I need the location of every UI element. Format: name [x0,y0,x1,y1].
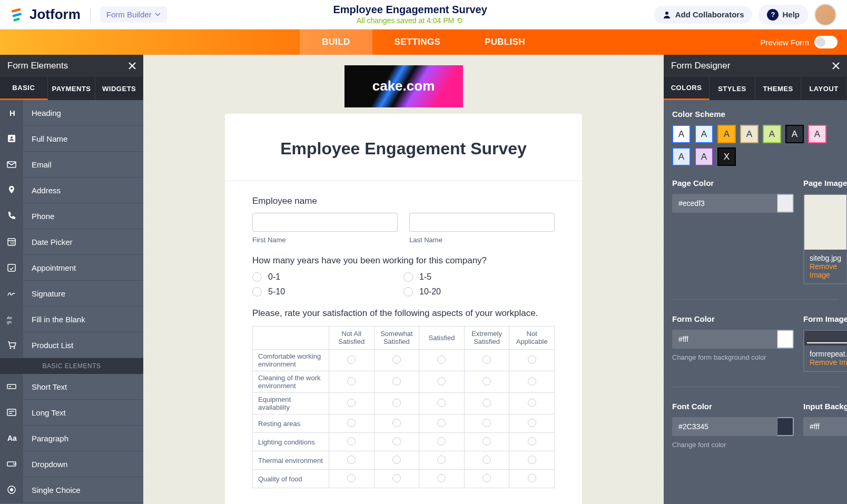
right-tab-layout[interactable]: LAYOUT [801,77,847,100]
element-phone[interactable]: Phone [0,203,143,229]
matrix-cell[interactable] [509,371,555,393]
left-tab-payments[interactable]: PAYMENTS [48,77,96,100]
matrix-cell[interactable] [464,350,509,371]
last-name-input[interactable] [409,213,555,232]
form-builder-dropdown[interactable]: Form Builder [100,6,167,23]
matrix-cell[interactable] [329,393,375,414]
page-image-box[interactable]: sitebg.jpg Remove Image [803,194,847,284]
toggle-switch[interactable] [814,36,838,48]
matrix-cell[interactable] [509,470,555,488]
color-swatch[interactable]: A [763,125,781,143]
element-paragraph[interactable]: AaParagraph [0,426,143,451]
matrix-cell[interactable] [374,470,419,488]
element-appointment[interactable]: Appointment [0,255,143,281]
matrix-cell[interactable] [509,433,555,451]
tab-publish[interactable]: PUBLISH [462,29,547,55]
element-heading[interactable]: HHeading [0,100,143,126]
element-full-name[interactable]: Full Name [0,126,143,152]
color-chip[interactable] [777,194,794,213]
element-single-choice[interactable]: Single Choice [0,477,143,503]
element-short-text[interactable]: Short Text [0,374,143,400]
color-swatch[interactable]: A [808,125,826,143]
matrix-cell[interactable] [329,433,375,451]
preview-form-toggle[interactable]: Preview Form [760,36,838,48]
radio-option[interactable]: 1-5 [403,272,555,282]
form-logo-image[interactable]: cake.com [344,65,463,107]
element-date-picker[interactable]: 10Date Picker [0,229,143,255]
element-long-text[interactable]: Long Text [0,400,143,426]
matrix-cell[interactable] [464,371,509,393]
element-dropdown[interactable]: Dropdown [0,451,143,477]
element-product-list[interactable]: Product List [0,332,143,358]
color-chip[interactable] [777,417,794,436]
tab-settings[interactable]: SETTINGS [372,29,462,55]
matrix-cell[interactable] [374,350,419,371]
tab-build[interactable]: BUILD [300,29,372,55]
element-fill-in-the-blank[interactable]: AbghFill in the Blank [0,307,143,332]
matrix-cell[interactable] [419,414,465,433]
matrix-cell[interactable] [374,371,419,393]
font-color-input[interactable] [672,417,794,436]
color-swatch[interactable]: X [717,147,736,166]
matrix-cell[interactable] [374,451,419,470]
matrix-cell[interactable] [329,470,375,488]
matrix-cell[interactable] [509,350,555,371]
matrix-cell[interactable] [419,350,465,371]
element-email[interactable]: Email [0,152,143,177]
color-swatch[interactable]: A [785,125,804,143]
form-color-input[interactable] [672,330,794,349]
left-tab-basic[interactable]: BASIC [0,77,48,100]
matrix-cell[interactable] [329,350,375,371]
matrix-cell[interactable] [464,451,509,470]
form-color-field[interactable] [672,330,777,349]
matrix-cell[interactable] [464,414,509,433]
matrix-cell[interactable] [509,414,555,433]
color-swatch[interactable]: A [695,125,713,143]
input-bg-field[interactable] [803,417,847,436]
color-swatch[interactable]: A [672,125,691,143]
matrix-cell[interactable] [419,393,465,414]
matrix-cell[interactable] [374,414,419,433]
help-button[interactable]: ? Help [759,5,808,25]
color-swatch[interactable]: A [672,147,691,166]
form-image-box[interactable]: formrepeat.png Remove Image [803,330,847,372]
matrix-cell[interactable] [329,451,375,470]
logo-block[interactable]: Jotform [11,6,81,23]
matrix-cell[interactable] [509,393,555,414]
color-swatch[interactable]: A [717,125,736,143]
page-color-input[interactable] [672,194,794,213]
matrix-cell[interactable] [419,451,465,470]
add-collaborators-button[interactable]: Add Collaborators [654,6,753,24]
matrix-cell[interactable] [329,414,375,433]
close-icon[interactable] [830,60,842,72]
matrix-cell[interactable] [374,393,419,414]
radio-option[interactable]: 0-1 [252,272,403,282]
right-tab-colors[interactable]: COLORS [664,77,710,100]
color-swatch[interactable]: A [740,125,759,143]
right-tab-styles[interactable]: STYLES [710,77,755,100]
avatar[interactable] [814,4,836,26]
element-address[interactable]: Address [0,177,143,203]
right-tab-themes[interactable]: THEMES [755,77,801,100]
matrix-cell[interactable] [464,393,509,414]
radio-option[interactable]: 5-10 [252,287,403,297]
matrix-cell[interactable] [464,433,509,451]
input-bg-input[interactable] [803,417,847,436]
first-name-input[interactable] [252,213,398,232]
radio-option[interactable]: 10-20 [403,287,555,297]
color-swatch[interactable]: A [695,147,713,166]
remove-page-image-link[interactable]: Remove Image [810,262,841,279]
matrix-cell[interactable] [419,433,465,451]
page-color-field[interactable] [672,194,777,213]
matrix-cell[interactable] [464,470,509,488]
matrix-cell[interactable] [419,470,465,488]
close-icon[interactable] [126,60,138,72]
color-chip[interactable] [777,330,794,349]
matrix-cell[interactable] [374,433,419,451]
element-signature[interactable]: Signature [0,281,143,307]
matrix-cell[interactable] [419,371,465,393]
left-tab-widgets[interactable]: WIDGETS [95,77,143,100]
matrix-cell[interactable] [509,451,555,470]
matrix-cell[interactable] [329,371,375,393]
font-color-field[interactable] [672,417,777,436]
